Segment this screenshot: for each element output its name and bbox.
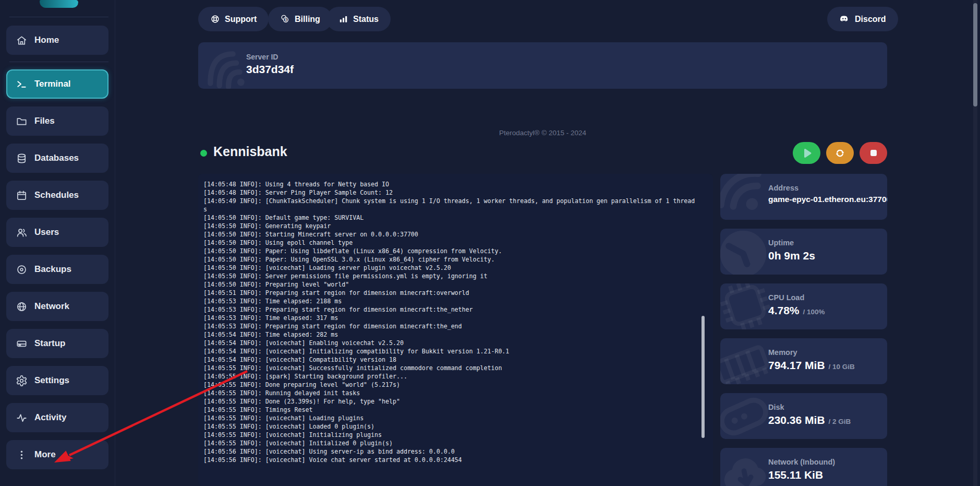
stat-suffix: / 10 GiB [829,363,855,371]
server-id-label: Server ID [246,53,278,61]
sidebar-item-label: Backups [34,264,71,275]
home-icon [16,34,28,46]
sidebar-item-startup[interactable]: Startup [6,329,108,358]
console-line: [14:05:50 INFO]: Starting Minecraft serv… [203,230,708,239]
console-line: [14:05:53 INFO]: Time elapsed: 2188 ms [203,297,708,305]
console-line: [14:05:56 INFO]: [voicechat] Using serve… [203,447,708,456]
support-label: Support [225,15,257,24]
sidebar-item-label: Files [34,116,55,126]
stat-value: 794.17 MiB [768,359,825,371]
sidebar-item-label: Users [34,227,59,238]
gear-icon [16,375,28,387]
console-line: s [203,205,708,214]
sidebar-item-home[interactable]: Home [6,26,108,55]
sidebar-item-label: Terminal [34,79,71,89]
console-line: [14:05:50 INFO]: Generating keypair [203,222,708,230]
console-line: [14:05:50 INFO]: Using epoll channel typ… [203,239,708,247]
sidebar: Home Terminal Files Databases [0,0,115,486]
sidebar-item-terminal[interactable]: Terminal [6,69,108,99]
stat-label: Network (Inbound) [768,458,835,466]
sidebar-item-label: Activity [34,412,66,423]
console-line: [14:05:50 INFO]: Preparing level "world" [203,280,708,289]
page-scrollbar-thumb[interactable] [973,3,977,106]
console-line: [14:05:55 INFO]: [spark] Starting backgr… [203,372,708,381]
sidebar-item-users[interactable]: Users [6,218,108,247]
console-line: [14:05:50 INFO]: [voicechat] Loading ser… [203,264,708,272]
sidebar-item-databases[interactable]: Databases [6,144,108,173]
stat-card-disk: Disk 230.36 MiB/ 2 GiB [720,393,887,439]
console-line: [14:05:55 INFO]: Timings Reset [203,406,708,414]
users-icon [16,227,28,239]
console-line: [14:05:53 INFO]: Time elapsed: 317 ms [203,314,708,322]
sidebar-item-label: More [34,449,56,460]
stat-label: Memory [768,348,797,357]
support-button[interactable]: Support [198,7,269,31]
stop-button[interactable] [860,142,887,164]
console-line: [14:05:53 INFO]: Preparing start region … [203,322,708,330]
stat-card-network-inbound: Network (Inbound) 155.11 KiB [720,448,887,486]
sidebar-item-label: Home [34,35,59,45]
sidebar-item-label: Databases [34,153,79,163]
console-line: [14:05:55 INFO]: [voicechat] Successfull… [203,364,708,372]
sidebar-item-files[interactable]: Files [6,106,108,136]
console-line: [14:05:55 INFO]: [voicechat] Initialized… [203,439,708,447]
terminal-console[interactable]: [14:05:48 INFO]: Using 4 threads for Net… [198,174,713,486]
console-log: [14:05:48 INFO]: Using 4 threads for Net… [203,180,708,464]
console-line: [14:05:56 INFO]: [voicechat] Voice chat … [203,456,708,464]
activity-pulse-icon [16,412,28,424]
console-line: [14:05:55 INFO]: Running delayed init ta… [203,389,708,397]
stat-label: Uptime [768,239,794,247]
stat-suffix: / 100% [803,308,825,316]
restart-arrows-icon [834,147,846,159]
discord-label: Discord [855,15,886,24]
discord-button[interactable]: Discord [827,7,898,31]
kebab-menu-icon [16,449,28,461]
sidebar-item-settings[interactable]: Settings [6,366,108,395]
console-line: [14:05:55 INFO]: [voicechat] Loading plu… [203,414,708,422]
sidebar-item-label: Settings [34,375,69,386]
database-icon [16,152,28,164]
divider [9,17,108,17]
stat-card-uptime: Uptime 0h 9m 2s [720,229,887,275]
server-id-card: Server ID 3d37d34f [198,42,887,89]
console-line: [14:05:48 INFO]: Using 4 threads for Net… [203,180,708,188]
console-line: [14:05:50 INFO]: Default game type: SURV… [203,214,708,222]
brand-logo [40,0,78,8]
copyright-text: Pterodactyl® © 2015 - 2024 [198,129,887,137]
status-button[interactable]: Status [326,7,391,31]
divider [9,62,108,62]
calendar-icon [16,189,28,201]
stat-label: Address [768,184,798,192]
console-line: [14:05:55 INFO]: Done (23.399s)! For hel… [203,397,708,406]
console-line: [14:05:48 INFO]: Server Ping Player Samp… [203,188,708,197]
sidebar-item-more[interactable]: More [6,440,108,469]
stat-value: 0h 9m 2s [768,250,815,262]
server-drive-icon [16,338,28,350]
stat-card-memory: Memory 794.17 MiB/ 10 GiB [720,338,887,384]
billing-button[interactable]: $ Billing [268,7,332,31]
restart-button[interactable] [826,142,854,164]
billing-label: Billing [295,15,320,24]
sidebar-item-backups[interactable]: Backups [6,255,108,284]
sidebar-item-network[interactable]: Network [6,292,108,321]
stat-value: 230.36 MiB [768,414,825,426]
stat-card-address: Address game-epyc-01.etheron.eu:37700 [720,174,887,220]
console-line: [14:05:50 INFO]: Paper: Using OpenSSL 3.… [203,255,708,264]
sidebar-item-label: Startup [34,338,66,349]
life-buoy-icon [210,14,220,24]
online-status-dot [200,150,207,157]
console-line: [14:05:53 INFO]: Preparing start region … [203,305,708,314]
start-button[interactable] [793,142,820,164]
console-line: [14:05:54 INFO]: [voicechat] Enabling vo… [203,339,708,347]
stat-suffix: / 2 GiB [829,418,851,425]
console-scrollbar-thumb[interactable] [701,316,705,438]
stat-label: Disk [768,403,784,411]
console-line: [14:05:54 INFO]: Time elapsed: 282 ms [203,330,708,339]
sidebar-item-schedules[interactable]: Schedules [6,181,108,210]
coins-icon: $ [280,14,290,24]
stat-value: 155.11 KiB [768,469,823,481]
sidebar-item-label: Network [34,301,69,312]
sidebar-item-activity[interactable]: Activity [6,403,108,432]
discord-icon [839,14,850,25]
console-line: [14:05:50 INFO]: Paper: Using libdeflate… [203,247,708,255]
